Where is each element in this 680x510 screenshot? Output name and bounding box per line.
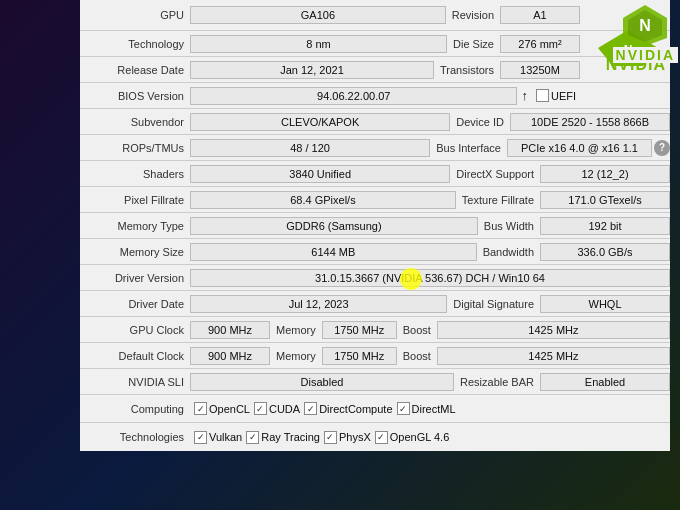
transistors-value: 13250M — [500, 61, 580, 79]
svg-text:N: N — [639, 17, 651, 34]
boost2-label: Boost — [397, 348, 437, 364]
raytracing-label: Ray Tracing — [261, 431, 320, 443]
pixel-value: 68.4 GPixel/s — [190, 191, 456, 209]
memory-size-label: Memory Size — [80, 246, 190, 258]
memory-clock-value: 1750 MHz — [322, 321, 397, 339]
computing-row: Computing ✓ OpenCL ✓ CUDA ✓ DirectComput… — [80, 395, 670, 423]
technology-value: 8 nm — [190, 35, 447, 53]
vulkan-checkbox[interactable]: ✓ — [194, 431, 207, 444]
directml-checkbox[interactable]: ✓ — [397, 402, 410, 415]
share-icon[interactable]: ↑ — [517, 88, 532, 103]
info-panel: GPU GA106 Revision A1 Technology 8 nm Di… — [80, 0, 670, 451]
memory-size-row: Memory Size 6144 MB Bandwidth 336.0 GB/s — [80, 239, 670, 265]
gpu-clock-value: 900 MHz — [190, 321, 270, 339]
nvidia-sli-row: NVIDIA SLI Disabled Resizable BAR Enable… — [80, 369, 670, 395]
bus-width-value: 192 bit — [540, 217, 670, 235]
subvendor-label: Subvendor — [80, 116, 190, 128]
release-date-label: Release Date — [80, 64, 190, 76]
directcompute-checkbox[interactable]: ✓ — [304, 402, 317, 415]
release-date-value: Jan 12, 2021 — [190, 61, 434, 79]
rops-row: ROPs/TMUs 48 / 120 Bus Interface PCIe x1… — [80, 135, 670, 161]
boost2-value: 1425 MHz — [437, 347, 670, 365]
bus-interface-value: PCIe x16 4.0 @ x16 1.1 — [507, 139, 652, 157]
gpu-clock-row: GPU Clock 900 MHz Memory 1750 MHz Boost … — [80, 317, 670, 343]
texture-label: Texture Fillrate — [456, 192, 540, 208]
bus-interface-label: Bus Interface — [430, 140, 507, 156]
technology-label: Technology — [80, 38, 190, 50]
bios-row: BIOS Version 94.06.22.00.07 ↑ UEFI — [80, 83, 670, 109]
vulkan-label: Vulkan — [209, 431, 242, 443]
pixel-label: Pixel Fillrate — [80, 194, 190, 206]
technologies-items: ✓ Vulkan ✓ Ray Tracing ✓ PhysX ✓ OpenGL … — [190, 429, 670, 446]
memory-clock2-value: 1750 MHz — [322, 347, 397, 365]
pixel-row: Pixel Fillrate 68.4 GPixel/s Texture Fil… — [80, 187, 670, 213]
raytracing-item: ✓ Ray Tracing — [246, 431, 320, 444]
driver-date-value: Jul 12, 2023 — [190, 295, 447, 313]
device-id-label: Device ID — [450, 114, 510, 130]
gpu-value: GA106 — [190, 6, 446, 24]
directml-label: DirectML — [412, 403, 456, 415]
computing-items: ✓ OpenCL ✓ CUDA ✓ DirectCompute ✓ Direct… — [190, 400, 670, 417]
memory-clock-label: Memory — [270, 322, 322, 338]
bandwidth-value: 336.0 GB/s — [540, 243, 670, 261]
raytracing-checkbox[interactable]: ✓ — [246, 431, 259, 444]
resizable-bar-value: Enabled — [540, 373, 670, 391]
driver-version-value: 31.0.15.3667 (NVIDIA 536.67) DCH / Win10… — [190, 269, 670, 287]
gpu-label: GPU — [80, 9, 190, 21]
memory-type-value: GDDR6 (Samsung) — [190, 217, 478, 235]
opencl-label: OpenCL — [209, 403, 250, 415]
device-id-value: 10DE 2520 - 1558 866B — [510, 113, 670, 131]
opengl-label: OpenGL 4.6 — [390, 431, 450, 443]
nvidia-logo-overlay: N NVIDIA — [613, 2, 678, 63]
directml-item: ✓ DirectML — [397, 402, 456, 415]
default-clock-label: Default Clock — [80, 350, 190, 362]
memory-type-row: Memory Type GDDR6 (Samsung) Bus Width 19… — [80, 213, 670, 239]
boost-label: Boost — [397, 322, 437, 338]
revision-value: A1 — [500, 6, 580, 24]
computing-label: Computing — [80, 403, 190, 415]
default-clock-row: Default Clock 900 MHz Memory 1750 MHz Bo… — [80, 343, 670, 369]
opengl-checkbox[interactable]: ✓ — [375, 431, 388, 444]
uefi-checkbox-container: UEFI — [532, 89, 580, 102]
help-icon[interactable]: ? — [654, 140, 670, 156]
bios-value: 94.06.22.00.07 — [190, 87, 517, 105]
cuda-label: CUDA — [269, 403, 300, 415]
bus-width-label: Bus Width — [478, 218, 540, 234]
driver-date-row: Driver Date Jul 12, 2023 Digital Signatu… — [80, 291, 670, 317]
shaders-row: Shaders 3840 Unified DirectX Support 12 … — [80, 161, 670, 187]
memory-size-value: 6144 MB — [190, 243, 477, 261]
memory-clock2-label: Memory — [270, 348, 322, 364]
directx-value: 12 (12_2) — [540, 165, 670, 183]
directcompute-item: ✓ DirectCompute — [304, 402, 392, 415]
rops-value: 48 / 120 — [190, 139, 430, 157]
revision-label: Revision — [446, 7, 500, 23]
rops-label: ROPs/TMUs — [80, 142, 190, 154]
boost-value: 1425 MHz — [437, 321, 670, 339]
gpu-row: GPU GA106 Revision A1 — [80, 0, 670, 31]
physx-checkbox[interactable]: ✓ — [324, 431, 337, 444]
subvendor-row: Subvendor CLEVO/KAPOK Device ID 10DE 252… — [80, 109, 670, 135]
technology-row: Technology 8 nm Die Size 276 mm² N — [80, 31, 670, 57]
nvidia-shield-svg: N — [620, 2, 670, 47]
uefi-checkbox[interactable] — [536, 89, 549, 102]
die-size-value: 276 mm² — [500, 35, 580, 53]
technologies-row: Technologies ✓ Vulkan ✓ Ray Tracing ✓ Ph… — [80, 423, 670, 451]
opencl-checkbox[interactable]: ✓ — [194, 402, 207, 415]
driver-version-row: Driver Version 31.0.15.3667 (NVIDIA 536.… — [80, 265, 670, 291]
digital-sig-label: Digital Signature — [447, 296, 540, 312]
physx-label: PhysX — [339, 431, 371, 443]
die-size-label: Die Size — [447, 36, 500, 52]
release-date-row: Release Date Jan 12, 2021 Transistors 13… — [80, 57, 670, 83]
cursor-marker — [400, 268, 422, 290]
opencl-item: ✓ OpenCL — [194, 402, 250, 415]
cuda-item: ✓ CUDA — [254, 402, 300, 415]
opengl-item: ✓ OpenGL 4.6 — [375, 431, 450, 444]
shaders-value: 3840 Unified — [190, 165, 450, 183]
directcompute-label: DirectCompute — [319, 403, 392, 415]
vulkan-item: ✓ Vulkan — [194, 431, 242, 444]
texture-value: 171.0 GTexel/s — [540, 191, 670, 209]
gpu-clock-label: GPU Clock — [80, 324, 190, 336]
physx-item: ✓ PhysX — [324, 431, 371, 444]
cuda-checkbox[interactable]: ✓ — [254, 402, 267, 415]
technologies-label: Technologies — [80, 431, 190, 443]
